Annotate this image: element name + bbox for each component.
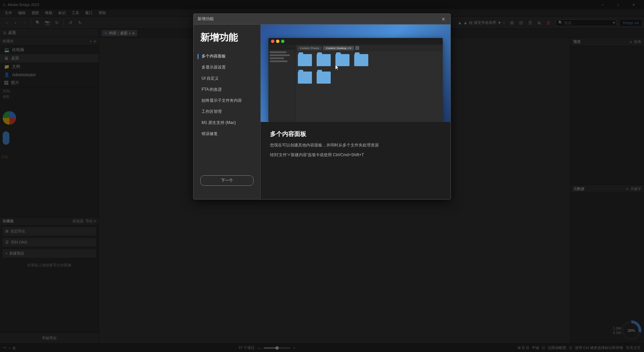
mini-bar-2 (270, 54, 290, 56)
mini-folder-2 (317, 54, 333, 69)
modal-content: Content: Photos Content: Desktop + ≡ (261, 25, 450, 199)
mini-folder-1 (298, 54, 314, 69)
modal-heading: 新增功能 (194, 31, 260, 51)
mini-cursor-icon (335, 65, 339, 70)
modal-nav-label-7: 错误修复 (202, 131, 218, 136)
modal-preview-area: Content: Photos Content: Desktop + ≡ (261, 25, 450, 122)
mini-dot-red (271, 40, 274, 43)
mini-content: Content: Photos Content: Desktop + ≡ (268, 45, 443, 122)
modal-nav-m1[interactable]: M1 原生支持 (Mac) (194, 117, 260, 128)
mini-bar-1 (270, 51, 286, 53)
mini-tab-photos: Content: Photos (297, 46, 322, 50)
modal-nav-label-6: M1 原生支持 (Mac) (202, 120, 236, 125)
modal-nav-show-subfolders[interactable]: 始终显示子文件夹内容 (194, 95, 260, 106)
mini-folder-5 (298, 72, 314, 86)
modal-nav-ui-custom[interactable]: UI 自定义 (194, 73, 260, 84)
mini-sidebar (268, 45, 295, 122)
modal-nav-label-1: 多显示器设置 (202, 65, 226, 70)
mini-grid (295, 51, 443, 89)
modal-overlay: 新增功能 ✕ 新增功能 多个内容面板 多显示器设置 UI 自定义 FTA 的改进 (0, 0, 644, 352)
mini-tab-bar: Content: Photos Content: Desktop + ≡ (295, 45, 443, 51)
modal-nav-label-3: FTA 的改进 (202, 87, 222, 92)
mini-titlebar (268, 38, 443, 45)
mini-folder-4 (354, 54, 370, 69)
mini-sidebar-items (268, 49, 295, 64)
modal-feature-desc2: 转到'文件'>'新建内容'选项卡或使用 Ctrl/Cmd+Shift+T (270, 152, 441, 158)
modal-nav-fta[interactable]: FTA 的改进 (194, 84, 260, 95)
mini-tab-desktop: Content: Desktop + ≡ (323, 46, 354, 50)
modal-body: 新增功能 多个内容面板 多显示器设置 UI 自定义 FTA 的改进 始终显示子文… (194, 25, 450, 199)
sidebar-spacer (194, 139, 260, 175)
mini-dot-yellow (276, 40, 279, 43)
mini-bar-3 (270, 57, 284, 59)
modal-nav-label-5: 工作区管理 (202, 109, 222, 114)
mini-main: Content: Photos Content: Desktop + ≡ (295, 45, 443, 122)
modal-nav-bugfix[interactable]: 错误修复 (194, 128, 260, 139)
modal-titlebar: 新增功能 ✕ (194, 14, 450, 25)
mini-folder-6 (317, 72, 333, 86)
modal-nav-label-0: 多个内容面板 (202, 54, 226, 58)
modal-nav-label-4: 始终显示子文件夹内容 (202, 98, 242, 103)
mini-dot-green (281, 40, 284, 43)
modal-dialog: 新增功能 ✕ 新增功能 多个内容面板 多显示器设置 UI 自定义 FTA 的改进 (193, 13, 451, 200)
modal-feature-desc1: 您现在可以创建其他内容面板，并同时从多个文件夹处理资源 (270, 142, 441, 148)
mini-bar-4 (270, 60, 287, 62)
mini-tab-icon (355, 46, 359, 50)
modal-close-button[interactable]: ✕ (440, 16, 446, 22)
modal-feature-title: 多个内容面板 (270, 130, 441, 138)
modal-description: 多个内容面板 您现在可以创建其他内容面板，并同时从多个文件夹处理资源 转到'文件… (261, 122, 450, 199)
modal-sidebar: 新增功能 多个内容面板 多显示器设置 UI 自定义 FTA 的改进 始终显示子文… (194, 25, 261, 199)
modal-nav-workspace[interactable]: 工作区管理 (194, 106, 260, 117)
modal-next-button[interactable]: 下一个 (200, 175, 254, 186)
modal-nav-multimonitor[interactable]: 多显示器设置 (194, 62, 260, 73)
modal-title-text: 新增功能 (198, 16, 214, 22)
mini-ui-mockup: Content: Photos Content: Desktop + ≡ (268, 38, 443, 122)
modal-nav-multiple-panels[interactable]: 多个内容面板 (194, 51, 260, 62)
mini-sidebar-header (268, 45, 295, 49)
modal-nav-label-2: UI 自定义 (202, 76, 219, 81)
